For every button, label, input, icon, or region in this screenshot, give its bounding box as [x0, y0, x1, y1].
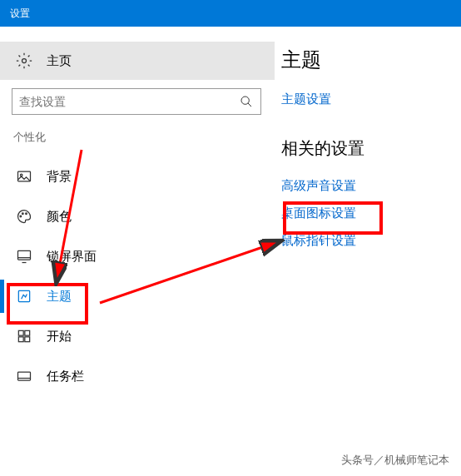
sidebar-item-label: 颜色	[47, 209, 72, 225]
window-title: 设置	[10, 7, 30, 21]
svg-point-1	[241, 97, 249, 104]
theme-settings-link[interactable]: 主题设置	[281, 92, 451, 107]
sidebar-item-themes[interactable]: 主题	[0, 276, 275, 316]
search-icon	[239, 94, 254, 109]
attribution-text: 头条号／机械师笔记本	[341, 453, 449, 468]
taskbar-icon	[15, 367, 33, 385]
sidebar-item-start[interactable]: 开始	[0, 316, 275, 356]
home-label: 主页	[47, 53, 72, 69]
svg-rect-14	[18, 337, 23, 342]
sidebar: 主页 个性化 背景 颜色	[0, 27, 275, 396]
picture-icon	[15, 167, 33, 186]
sidebar-item-label: 任务栏	[47, 369, 84, 384]
svg-rect-12	[18, 330, 23, 335]
sidebar-item-taskbar[interactable]: 任务栏	[0, 356, 275, 396]
svg-line-2	[248, 103, 251, 107]
svg-point-7	[26, 213, 27, 215]
main-panel: 主题 主题设置 相关的设置 高级声音设置 桌面图标设置 鼠标指针设置	[275, 27, 461, 396]
palette-icon	[15, 207, 33, 226]
gear-icon	[15, 52, 33, 70]
search-input[interactable]	[19, 95, 239, 108]
sidebar-item-label: 背景	[47, 169, 72, 185]
svg-rect-16	[18, 372, 31, 380]
sidebar-item-lockscreen[interactable]: 锁屏界面	[0, 236, 275, 276]
desktop-icon-settings-link[interactable]: 桌面图标设置	[281, 206, 451, 221]
svg-rect-13	[25, 330, 30, 335]
svg-point-5	[20, 216, 22, 217]
home-button[interactable]: 主页	[0, 42, 275, 80]
sidebar-item-label: 开始	[47, 329, 72, 345]
search-box[interactable]	[12, 88, 261, 115]
theme-icon	[15, 287, 33, 305]
sidebar-item-label: 主题	[47, 289, 72, 305]
start-icon	[15, 327, 33, 345]
sidebar-item-colors[interactable]: 颜色	[0, 196, 275, 236]
section-label: 个性化	[0, 123, 275, 156]
svg-rect-8	[18, 250, 31, 260]
search-wrap	[0, 80, 275, 123]
sidebar-item-label: 锁屏界面	[47, 249, 97, 265]
sidebar-item-background[interactable]: 背景	[0, 156, 275, 196]
page-title: 主题	[281, 47, 451, 73]
related-settings-title: 相关的设置	[281, 137, 451, 160]
advanced-sound-link[interactable]: 高级声音设置	[281, 178, 451, 194]
svg-point-0	[22, 59, 27, 63]
svg-point-6	[22, 213, 24, 215]
svg-rect-15	[25, 337, 30, 342]
content-area: 主页 个性化 背景 颜色	[0, 27, 461, 396]
window-titlebar: 设置	[0, 0, 461, 27]
mouse-pointer-settings-link[interactable]: 鼠标指针设置	[281, 233, 451, 249]
lockscreen-icon	[15, 247, 33, 265]
